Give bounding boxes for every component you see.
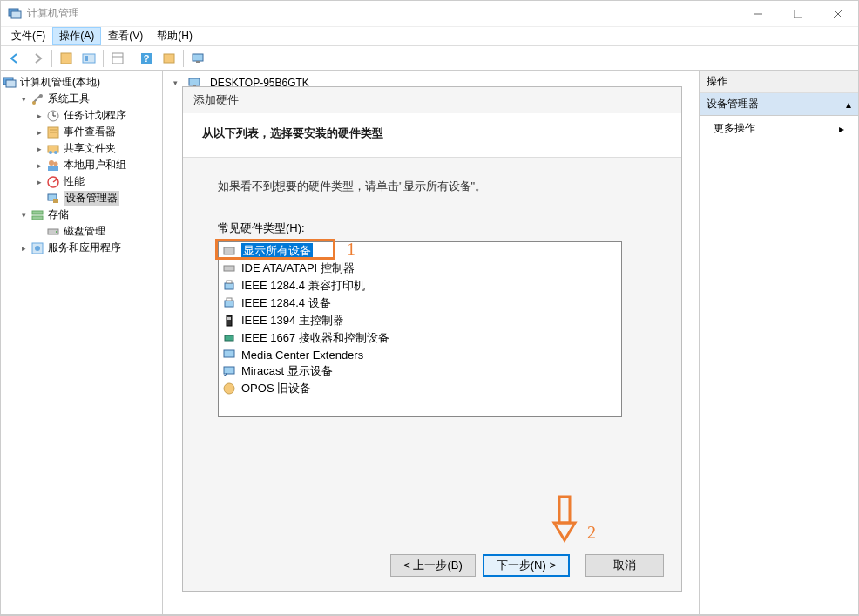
window-title: 计算机管理	[27, 6, 738, 21]
monitor-icon	[222, 348, 236, 362]
clock-icon	[46, 109, 60, 123]
list-item[interactable]: IEEE 1667 接收器和控制设备	[219, 329, 621, 347]
svg-point-55	[224, 383, 234, 394]
svg-rect-49	[227, 298, 232, 301]
monitor-button[interactable]	[187, 48, 208, 69]
properties-button[interactable]	[56, 48, 77, 69]
firewire-icon	[222, 314, 236, 328]
svg-rect-17	[6, 80, 16, 87]
expand-icon[interactable]: ▸	[34, 144, 44, 154]
close-button[interactable]	[818, 1, 858, 27]
tree-system-tools[interactable]: ▾ 系统工具	[18, 91, 162, 107]
expand-icon[interactable]: ▸	[34, 177, 44, 187]
tree-root[interactable]: 计算机管理(本地)	[3, 74, 162, 91]
tree-panel[interactable]: 计算机管理(本地) ▾ 系统工具 ▸ 任务计划程序 ▸	[1, 71, 163, 614]
svg-rect-6	[61, 53, 71, 64]
device-icon	[222, 244, 236, 258]
tree-task-scheduler[interactable]: ▸ 任务计划程序	[34, 107, 162, 124]
list-item-show-all[interactable]: 显示所有设备	[219, 242, 621, 260]
tree-event-viewer[interactable]: ▸ 事件查看器	[34, 124, 162, 140]
list-item[interactable]: IEEE 1284.4 设备	[219, 294, 621, 312]
main-window: 计算机管理 文件(F) 操作(A) 查看(V) 帮助(H) ? 计算机管理(本地…	[0, 0, 859, 616]
forward-button[interactable]	[27, 48, 48, 69]
svg-rect-48	[225, 301, 233, 307]
svg-rect-52	[225, 335, 233, 341]
tree-shared-folders[interactable]: ▸ 共享文件夹	[34, 140, 162, 157]
svg-rect-50	[227, 315, 232, 326]
svg-rect-31	[48, 166, 58, 171]
svg-point-27	[49, 151, 52, 154]
show-hide-button[interactable]	[78, 48, 99, 69]
titlebar: 计算机管理	[1, 1, 858, 27]
app-icon	[8, 7, 22, 21]
list-item[interactable]: IEEE 1284.4 兼容打印机	[219, 277, 621, 294]
svg-point-41	[35, 246, 40, 251]
expand-icon[interactable]: ▸	[18, 243, 29, 254]
list-item[interactable]: IEEE 1394 主控制器	[219, 312, 621, 329]
menu-action[interactable]: 操作(A)	[52, 27, 101, 45]
actions-panel: 操作 设备管理器 ▴ 更多操作 ▸	[700, 71, 858, 614]
next-button[interactable]: 下一步(N) >	[483, 554, 570, 577]
event-icon	[46, 125, 60, 139]
menu-file[interactable]: 文件(F)	[4, 27, 52, 45]
list-item[interactable]: Miracast 显示设备	[219, 362, 621, 380]
help-button[interactable]: ?	[136, 48, 157, 69]
svg-rect-42	[189, 78, 200, 85]
more-actions-item[interactable]: 更多操作 ▸	[700, 116, 858, 141]
content-area: 计算机管理(本地) ▾ 系统工具 ▸ 任务计划程序 ▸	[1, 71, 858, 615]
users-icon	[46, 159, 60, 173]
device-mgr-icon	[46, 192, 60, 206]
list-item[interactable]: IDE ATA/ATAPI 控制器	[219, 260, 621, 277]
opos-icon	[222, 382, 236, 396]
maximize-button[interactable]	[778, 1, 818, 27]
menu-help[interactable]: 帮助(H)	[150, 27, 200, 45]
list-item[interactable]: OPOS 旧设备	[219, 380, 621, 397]
svg-rect-37	[32, 216, 43, 220]
actions-section[interactable]: 设备管理器 ▴	[700, 93, 858, 116]
svg-rect-45	[224, 266, 234, 271]
tree-disk-mgmt[interactable]: 磁盘管理	[34, 223, 162, 240]
dialog-footer: < 上一步(B) 下一步(N) > 取消	[183, 542, 681, 591]
svg-rect-14	[193, 54, 203, 61]
minimize-button[interactable]	[738, 1, 778, 27]
menu-view[interactable]: 查看(V)	[101, 27, 150, 45]
back-button[interactable]: < 上一步(B)	[390, 554, 476, 577]
dialog-body: 如果看不到想要的硬件类型，请单击"显示所有设备"。 常见硬件类型(H): 显示所…	[183, 158, 681, 542]
hardware-type-listbox[interactable]: 显示所有设备 IDE ATA/ATAPI 控制器 IEEE 1284.4 兼容打…	[218, 241, 622, 417]
tree-device-manager[interactable]: 设备管理器	[34, 190, 162, 206]
collapse-icon[interactable]: ▾	[18, 94, 29, 105]
expand-icon[interactable]: ▸	[34, 111, 44, 121]
svg-rect-47	[227, 281, 232, 283]
disk-icon	[46, 225, 60, 239]
collapse-icon[interactable]: ▾	[170, 78, 180, 88]
storage-icon	[30, 208, 44, 222]
svg-rect-3	[794, 10, 802, 18]
svg-point-30	[54, 161, 58, 166]
tree-local-users[interactable]: ▸ 本地用户和组	[34, 157, 162, 173]
svg-point-18	[32, 101, 36, 105]
tools-icon	[30, 92, 44, 106]
tree-services-apps[interactable]: ▸ 服务和应用程序	[18, 240, 162, 256]
back-button[interactable]	[4, 48, 25, 69]
svg-rect-13	[164, 54, 174, 63]
svg-rect-9	[112, 53, 123, 64]
performance-icon	[46, 175, 60, 189]
tool-icon-2[interactable]	[159, 48, 179, 69]
expand-icon[interactable]: ▸	[34, 127, 44, 138]
cancel-button[interactable]: 取消	[585, 554, 664, 577]
svg-point-29	[49, 160, 54, 166]
tree-storage[interactable]: ▾ 存储	[18, 206, 162, 223]
dialog-instruction: 如果看不到想要的硬件类型，请单击"显示所有设备"。	[218, 179, 646, 194]
toolbar-divider-2	[103, 50, 104, 67]
computer-mgmt-icon	[3, 76, 17, 90]
dialog-title: 添加硬件	[183, 87, 681, 113]
toolbar: ?	[1, 46, 858, 71]
tool-icon-1[interactable]	[107, 48, 128, 69]
toolbar-divider-3	[132, 50, 132, 67]
list-item[interactable]: Media Center Extenders	[219, 347, 621, 362]
collapse-icon[interactable]: ▾	[18, 210, 29, 220]
tree-performance[interactable]: ▸ 性能	[34, 173, 162, 190]
dialog-header: 从以下列表，选择要安装的硬件类型	[183, 113, 681, 158]
expand-icon[interactable]: ▸	[34, 160, 44, 171]
toolbar-divider	[51, 50, 52, 67]
